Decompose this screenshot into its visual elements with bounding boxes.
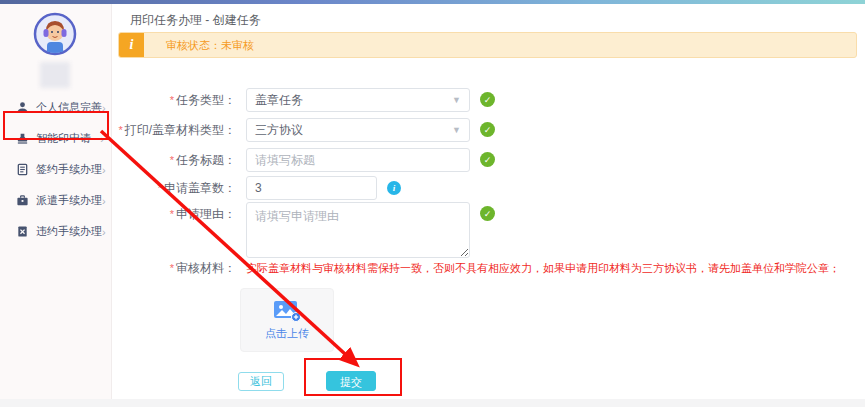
valid-check-icon: ✓ [480,92,495,107]
valid-check-icon: ✓ [480,206,495,221]
info-tooltip-icon[interactable]: i [387,181,401,195]
sidebar-item-label: 个人信息完善 [36,100,102,115]
material-type-select[interactable]: 三方协议 ▼ [246,118,470,142]
sidebar-item-breach-procedure[interactable]: 违约手续办理 › [0,216,112,247]
required-mark: * [118,124,122,136]
chevron-right-icon: › [102,195,106,207]
field-row-task-title: *任务标题： ✓ [112,148,495,172]
field-label: *任务类型： [112,88,246,112]
task-type-select[interactable]: 盖章任务 ▼ [246,88,470,112]
dispatch-icon [16,194,29,207]
upload-label: 点击上传 [265,326,309,341]
material-type-selected-value: 三方协议 [255,122,303,139]
sidebar-menu: 个人信息完善 › 智能印申请 › 签约手续办理 › [0,92,112,247]
chevron-down-icon: ▼ [452,95,461,105]
upload-dropzone[interactable]: 点击上传 [240,288,334,352]
info-icon: i [119,32,144,58]
status-alert-text: 审核状态：未审核 [166,38,254,53]
sidebar-item-smart-seal-apply[interactable]: 智能印申请 › [0,123,112,154]
field-row-materials: *审核材料： 实际盖章材料与审核材料需保持一致，否则不具有相应效力，如果申请用印… [112,256,840,280]
sidebar-item-label: 签约手续办理 [36,162,102,177]
required-mark: * [170,208,174,220]
contract-icon [16,163,29,176]
redacted-username [40,62,70,88]
sidebar-item-label: 派遣手续办理 [36,193,102,208]
field-row-task-type: *任务类型： 盖章任务 ▼ ✓ [112,88,495,112]
field-label: *申请理由： [112,202,246,262]
task-type-selected-value: 盖章任务 [255,92,303,109]
chevron-down-icon: ▼ [452,125,461,135]
page-title: 用印任务办理 - 创建任务 [130,12,261,29]
submit-button[interactable]: 提交 [326,371,376,391]
required-mark: * [170,262,174,274]
status-alert: i 审核状态：未审核 [118,32,857,58]
field-label: *申请盖章数： [112,176,246,200]
task-title-input[interactable] [246,148,470,172]
sidebar-item-label: 违约手续办理 [36,224,102,239]
back-button[interactable]: 返回 [238,372,284,391]
avatar [33,12,77,56]
required-mark: * [170,154,174,166]
chevron-right-icon: › [102,164,106,176]
image-upload-icon [273,300,301,322]
valid-check-icon: ✓ [480,152,495,167]
sidebar: 个人信息完善 › 智能印申请 › 签约手续办理 › [0,4,112,399]
chevron-right-icon: › [102,226,106,238]
stamp-icon [16,132,29,145]
sidebar-item-personal-info[interactable]: 个人信息完善 › [0,92,112,123]
field-label: *打印/盖章材料类型： [112,118,246,142]
terminate-icon [16,225,29,238]
app-window: 个人信息完善 › 智能印申请 › 签约手续办理 › [0,0,865,407]
seal-count-input[interactable] [246,176,377,200]
field-row-reason: *申请理由： ✓ [112,202,495,262]
field-label: *审核材料： [112,256,246,280]
reason-textarea[interactable] [246,202,470,258]
main-content: 用印任务办理 - 创建任务 i 审核状态：未审核 *任务类型： 盖章任务 ▼ ✓… [112,4,865,399]
valid-check-icon: ✓ [480,122,495,137]
field-label: *任务标题： [112,148,246,172]
field-row-material-type: *打印/盖章材料类型： 三方协议 ▼ ✓ [112,118,495,142]
sidebar-item-contract-procedure[interactable]: 签约手续办理 › [0,154,112,185]
chevron-right-icon: › [100,133,104,145]
chevron-right-icon: › [102,102,106,114]
materials-warning-text: 实际盖章材料与审核材料需保持一致，否则不具有相应效力，如果申请用印材料为三方协议… [246,256,840,280]
user-icon [16,101,29,114]
required-mark: * [158,182,162,194]
sidebar-item-label: 智能印申请 [36,131,91,146]
sidebar-item-dispatch-procedure[interactable]: 派遣手续办理 › [0,185,112,216]
field-row-seal-count: *申请盖章数： i [112,176,401,200]
required-mark: * [170,94,174,106]
